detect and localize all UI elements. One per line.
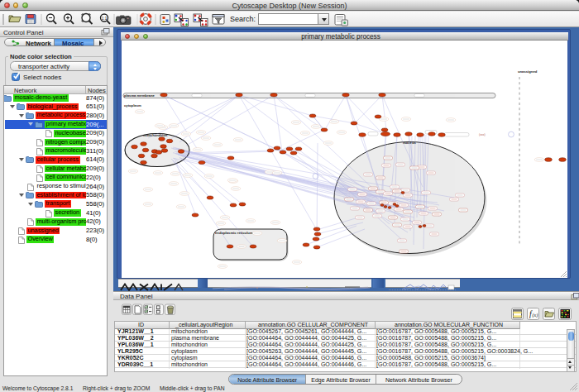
svg-text:1:1: 1:1 bbox=[102, 16, 108, 20]
svg-text:(x): (x) bbox=[533, 312, 538, 318]
svg-text:endoplasmic reticulum: endoplasmic reticulum bbox=[215, 231, 253, 235]
svg-text:cytoplasm: cytoplasm bbox=[124, 103, 141, 108]
svg-text:(xxx): (xxx) bbox=[479, 133, 486, 136]
svg-text:unassigned: unassigned bbox=[518, 69, 538, 74]
svg-text:plasma membrane: plasma membrane bbox=[124, 93, 155, 98]
